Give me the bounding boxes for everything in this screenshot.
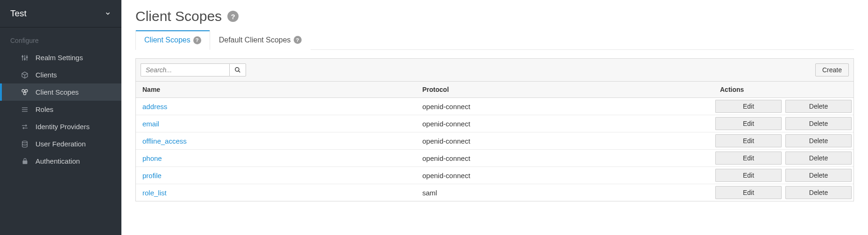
sidebar: Test Configure Realm Settings Clients — [0, 0, 121, 235]
col-header-actions: Actions — [713, 82, 854, 98]
sidebar-item-label: Client Scopes — [35, 88, 79, 96]
svg-line-15 — [239, 71, 240, 73]
edit-button[interactable]: Edit — [715, 100, 782, 113]
sidebar-item-label: Roles — [35, 105, 53, 113]
delete-button[interactable]: Delete — [785, 152, 852, 165]
cube-icon — [21, 71, 29, 79]
sidebar-item-label: Clients — [35, 71, 57, 79]
svg-point-8 — [25, 90, 28, 92]
scope-name-link[interactable]: address — [142, 103, 167, 111]
col-header-name: Name — [136, 82, 416, 98]
sliders-icon — [21, 54, 29, 62]
help-icon[interactable]: ? — [294, 36, 302, 44]
chevron-down-icon — [105, 10, 111, 17]
toolbar: Create — [136, 59, 854, 82]
search-button[interactable] — [229, 63, 246, 76]
col-header-protocol: Protocol — [416, 82, 714, 98]
table-row: offline_accessopenid-connectEditDelete — [136, 132, 854, 150]
scope-name-link[interactable]: offline_access — [142, 137, 187, 145]
table-row: emailopenid-connectEditDelete — [136, 115, 854, 132]
sidebar-item-label: Realm Settings — [35, 54, 83, 62]
delete-button[interactable]: Delete — [785, 134, 852, 147]
help-icon[interactable]: ? — [227, 11, 239, 22]
exchange-icon — [21, 123, 29, 131]
delete-button[interactable]: Delete — [785, 100, 852, 113]
realm-name: Test — [10, 8, 27, 19]
table-panel: Create Name Protocol Actions addressopen… — [135, 58, 854, 201]
edit-button[interactable]: Edit — [715, 117, 782, 130]
scope-name-link[interactable]: role_list — [142, 189, 167, 197]
scope-protocol: openid-connect — [416, 150, 714, 167]
svg-point-3 — [22, 56, 23, 57]
list-icon — [21, 106, 29, 113]
delete-button[interactable]: Delete — [785, 169, 852, 182]
tab-label: Client Scopes — [144, 36, 191, 44]
database-icon — [21, 140, 29, 148]
scope-name-link[interactable]: email — [142, 120, 159, 128]
table-row: phoneopenid-connectEditDelete — [136, 150, 854, 167]
sidebar-nav: Realm Settings Clients Client Scopes Rol… — [0, 49, 121, 170]
delete-button[interactable]: Delete — [785, 117, 852, 130]
table-row: role_listsamlEditDelete — [136, 184, 854, 201]
edit-button[interactable]: Edit — [715, 169, 782, 182]
sidebar-item-label: Authentication — [35, 157, 80, 165]
edit-button[interactable]: Edit — [715, 186, 782, 199]
tab-label: Default Client Scopes — [219, 36, 291, 44]
sidebar-item-roles[interactable]: Roles — [0, 101, 121, 118]
edit-button[interactable]: Edit — [715, 152, 782, 165]
search-group — [141, 63, 246, 76]
scope-name-link[interactable]: profile — [142, 172, 162, 180]
help-icon[interactable]: ? — [193, 36, 201, 44]
table-row: profileopenid-connectEditDelete — [136, 167, 854, 184]
sidebar-section-label: Configure — [0, 28, 121, 49]
delete-button[interactable]: Delete — [785, 186, 852, 199]
sidebar-item-realm-settings[interactable]: Realm Settings — [0, 49, 121, 66]
scopes-icon — [21, 89, 29, 96]
sidebar-item-user-federation[interactable]: User Federation — [0, 135, 121, 152]
sidebar-item-identity-providers[interactable]: Identity Providers — [0, 118, 121, 135]
svg-point-9 — [23, 92, 26, 95]
search-input[interactable] — [141, 63, 229, 76]
realm-selector[interactable]: Test — [0, 0, 121, 28]
scope-protocol: openid-connect — [416, 167, 714, 184]
scope-protocol: saml — [416, 184, 714, 201]
lock-icon — [21, 158, 29, 165]
main-content: Client Scopes ? Client Scopes ? Default … — [121, 0, 868, 235]
page-title: Client Scopes — [135, 8, 222, 24]
client-scopes-table: Name Protocol Actions addressopenid-conn… — [136, 82, 854, 201]
svg-point-7 — [22, 90, 24, 92]
scope-protocol: openid-connect — [416, 115, 714, 132]
sidebar-item-client-scopes[interactable]: Client Scopes — [0, 83, 121, 101]
svg-point-14 — [235, 68, 239, 71]
sidebar-item-label: User Federation — [35, 140, 86, 148]
scope-name-link[interactable]: phone — [142, 154, 162, 162]
sidebar-item-label: Identity Providers — [35, 123, 90, 131]
search-icon — [234, 67, 241, 73]
table-row: addressopenid-connectEditDelete — [136, 98, 854, 115]
scope-protocol: openid-connect — [416, 98, 714, 115]
sidebar-item-authentication[interactable]: Authentication — [0, 152, 121, 170]
svg-point-13 — [22, 141, 28, 143]
sidebar-item-clients[interactable]: Clients — [0, 66, 121, 83]
tab-client-scopes[interactable]: Client Scopes ? — [135, 30, 210, 50]
create-button[interactable]: Create — [815, 63, 849, 76]
scope-protocol: openid-connect — [416, 132, 714, 150]
edit-button[interactable]: Edit — [715, 134, 782, 147]
tabs: Client Scopes ? Default Client Scopes ? — [135, 30, 854, 50]
page-title-wrap: Client Scopes ? — [135, 8, 854, 24]
svg-point-5 — [26, 56, 28, 58]
svg-point-4 — [24, 58, 26, 60]
tab-default-client-scopes[interactable]: Default Client Scopes ? — [210, 30, 311, 50]
